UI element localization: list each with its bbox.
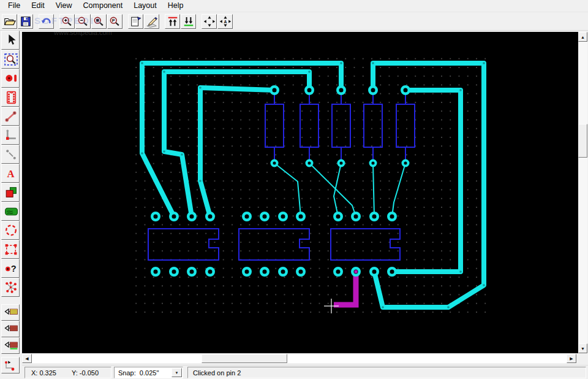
menu-view[interactable]: View xyxy=(50,0,78,12)
pan-auto-button[interactable]: A xyxy=(217,14,233,29)
disconnect-tool-button[interactable] xyxy=(1,145,20,164)
trace-corner-dot xyxy=(459,270,462,273)
corner-tool-button[interactable] xyxy=(1,126,20,145)
horizontal-scroll-thumb[interactable] xyxy=(202,354,287,363)
status-message: Clicked on pin 2 xyxy=(193,369,241,377)
menu-component[interactable]: Component xyxy=(78,0,129,12)
to-top-layer-button[interactable] xyxy=(165,14,180,29)
pad[interactable] xyxy=(334,268,342,275)
zoom-region-tool-button[interactable] xyxy=(1,50,20,69)
zoom-out-button[interactable] xyxy=(75,14,91,29)
svg-text:A: A xyxy=(224,20,227,24)
silkscreen-layer-button[interactable] xyxy=(1,304,20,321)
power-plane-tool-button[interactable] xyxy=(1,202,20,221)
properties-button[interactable] xyxy=(128,14,143,29)
pad[interactable] xyxy=(243,213,251,220)
pad[interactable] xyxy=(307,161,312,166)
zoom-previous-button[interactable]: P xyxy=(107,14,123,29)
vertical-scrollbar[interactable]: ▲ ▼ xyxy=(578,32,587,353)
pad[interactable] xyxy=(206,268,214,275)
via-button[interactable] xyxy=(1,357,20,373)
pad[interactable] xyxy=(152,268,159,275)
zoom-window-button[interactable] xyxy=(91,14,107,29)
pad[interactable] xyxy=(306,86,313,94)
top-layer-button[interactable] xyxy=(1,321,20,337)
pad[interactable] xyxy=(152,213,159,220)
pad[interactable] xyxy=(297,268,304,275)
pad[interactable] xyxy=(337,86,345,94)
trace-corner-dot xyxy=(340,62,342,64)
menu-layout[interactable]: Layout xyxy=(128,0,162,12)
pad-tool-button[interactable] xyxy=(1,69,20,88)
trace-corner-dot xyxy=(163,71,165,73)
pad-info-tool-button[interactable]: ? xyxy=(1,259,20,278)
to-bottom-layer-button[interactable] xyxy=(181,14,196,29)
net-tool-button[interactable] xyxy=(1,278,20,297)
pad[interactable] xyxy=(371,268,378,275)
pad[interactable] xyxy=(272,161,277,166)
scroll-left-button[interactable]: ◀ xyxy=(22,354,32,363)
text-tool-button[interactable]: A xyxy=(1,164,20,183)
y-coordinate: Y: -0.050 xyxy=(72,369,99,377)
pcb-svg[interactable]: www.softpedia.com xyxy=(22,32,578,353)
pad[interactable] xyxy=(271,86,278,94)
pad[interactable] xyxy=(388,213,396,220)
menu-help[interactable]: Help xyxy=(162,0,189,12)
pad[interactable] xyxy=(279,268,287,275)
pan-view-button[interactable] xyxy=(202,14,217,29)
trace-corner-dot xyxy=(199,86,202,89)
bottom-layer-button[interactable] xyxy=(1,337,20,354)
toolbar-group: P xyxy=(59,14,123,29)
pad[interactable] xyxy=(188,213,195,220)
copper-area-tool-button[interactable] xyxy=(1,183,20,202)
pad[interactable] xyxy=(371,161,376,166)
pad[interactable] xyxy=(388,268,396,275)
toolbar-group xyxy=(2,14,34,29)
save-button[interactable] xyxy=(18,14,33,29)
select-area-tool-button[interactable] xyxy=(1,240,20,259)
select-tool-button[interactable] xyxy=(1,31,20,50)
scroll-down-button[interactable]: ▼ xyxy=(578,343,587,353)
menu-edit[interactable]: Edit xyxy=(26,0,50,12)
tool-palette: A? xyxy=(0,31,22,379)
trace-corner-dot xyxy=(382,306,384,308)
pad[interactable] xyxy=(261,213,268,220)
component-tool-button[interactable] xyxy=(1,88,20,107)
vertical-scroll-thumb[interactable] xyxy=(578,124,587,158)
pad[interactable] xyxy=(403,161,409,166)
pad[interactable] xyxy=(170,268,178,275)
pad[interactable] xyxy=(339,161,344,166)
select-tool-icon xyxy=(3,33,18,48)
pad[interactable] xyxy=(279,213,287,220)
pad[interactable] xyxy=(188,268,195,275)
up-arrow-icon: ▲ xyxy=(581,35,585,39)
snap-dropdown[interactable]: Snap: 0.025" ▼ xyxy=(114,367,183,378)
pad[interactable] xyxy=(297,213,304,220)
scroll-up-button[interactable]: ▲ xyxy=(578,32,587,42)
pad[interactable] xyxy=(402,86,409,94)
pad[interactable] xyxy=(243,268,251,275)
pad[interactable] xyxy=(261,268,268,275)
horizontal-scrollbar[interactable]: ◀ ▶ xyxy=(22,354,576,363)
undo-icon xyxy=(40,15,53,28)
edit-footprint-button[interactable] xyxy=(144,14,159,29)
pad[interactable] xyxy=(170,213,178,220)
snap-dropdown-button[interactable]: ▼ xyxy=(172,368,182,377)
menu-bar: FileEditViewComponentLayoutHelp xyxy=(0,0,588,12)
pad[interactable] xyxy=(369,86,377,94)
scroll-right-button[interactable]: ▶ xyxy=(567,354,576,363)
open-folder-button[interactable] xyxy=(2,14,17,29)
trace-tool-icon xyxy=(3,109,18,124)
pad[interactable] xyxy=(334,213,342,220)
pad[interactable] xyxy=(371,213,378,220)
zoom-in-button[interactable] xyxy=(59,14,75,29)
undo-button[interactable] xyxy=(39,14,54,29)
pcb-canvas[interactable]: www.softpedia.com xyxy=(22,32,578,353)
circle-tool-button[interactable] xyxy=(1,221,20,240)
pad-info-tool-icon: ? xyxy=(3,261,18,276)
trace-tool-button[interactable] xyxy=(1,107,20,126)
menu-file[interactable]: File xyxy=(2,0,26,12)
app-window: { "menu": { "items": ["File", "Edit", "V… xyxy=(0,0,588,379)
pad[interactable] xyxy=(206,213,214,220)
pad[interactable] xyxy=(352,213,360,220)
